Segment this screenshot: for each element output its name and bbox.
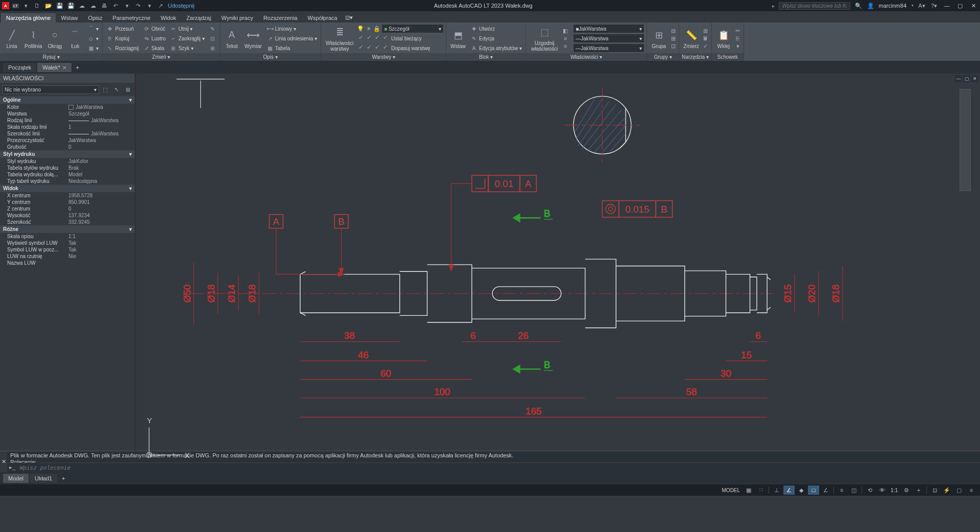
undo-dropdown-icon[interactable]: ▾ [123, 2, 131, 10]
property-row[interactable]: Szerokość liniiJakWarstwa [0, 130, 135, 137]
layer-tool-6[interactable]: ✓ [365, 43, 372, 51]
menu-dropdown-icon[interactable]: ▾ [22, 2, 30, 10]
rotate-button[interactable]: ⟳Obróć [141, 24, 168, 33]
property-row[interactable]: X centrum1958.5728 [0, 192, 135, 199]
create-block-button[interactable]: ✚Utwórz [469, 24, 523, 33]
draw-misc-2[interactable]: ◇▾ [86, 34, 100, 43]
tab-home[interactable]: Narzędzia główne [1, 13, 56, 22]
user-name[interactable]: marcinm84 [879, 3, 906, 9]
layer-combo[interactable]: ■ Szczegół▾ [381, 24, 444, 33]
select-objects-icon[interactable]: ↖ [111, 84, 122, 95]
property-row[interactable]: PrzezroczystośćJakWarstwa [0, 137, 135, 144]
layer-tool-1[interactable]: ✓ [357, 34, 364, 41]
lineweight-icon[interactable]: ≡ [562, 42, 569, 50]
trim-button[interactable]: ✂Utnij ▾ [168, 24, 206, 33]
property-row[interactable]: Typ tabeli wydrukuNiedostępna [0, 178, 135, 184]
draw-misc-3[interactable]: ▦▾ [86, 43, 100, 53]
tab-addins[interactable]: Rozszerzenia [258, 13, 303, 22]
property-row[interactable]: Styl wydrukuJakKolor [0, 158, 135, 165]
help-icon[interactable]: ?▾ [930, 2, 938, 10]
clip-misc-icon[interactable]: ▾ [734, 42, 742, 50]
linetype-combo[interactable]: — JakWarstwa▾ [573, 34, 644, 43]
property-row[interactable]: Y centrum850.9901 [0, 199, 135, 205]
insert-block-button[interactable]: ⬒Wstaw [448, 27, 468, 50]
color-combo[interactable]: ■ JakWarstwa▾ [573, 24, 644, 33]
quickselect-icon[interactable]: ⬚ [100, 84, 110, 95]
mirror-button[interactable]: ⇋Lustro [141, 34, 168, 43]
saveas-icon[interactable]: 💾 [67, 2, 75, 10]
selection-dropdown[interactable]: Nic nie wybrano▾ [2, 85, 99, 94]
add-tab-button[interactable]: + [73, 64, 83, 71]
fillet-button[interactable]: ⌐Zaokrąglij ▾ [168, 34, 206, 43]
layer-tool-5[interactable]: ✓ [357, 43, 364, 51]
tab-annotate[interactable]: Opisz [83, 13, 107, 22]
move-button[interactable]: ✥Przesuń [105, 24, 140, 33]
property-row[interactable]: Tabela wydruku dołą...Model [0, 171, 135, 178]
help-search-input[interactable] [779, 2, 850, 10]
layer-tool-2[interactable]: ✓ [365, 34, 372, 41]
lock-icon[interactable]: 🔒 [373, 25, 380, 32]
close-tab-icon[interactable]: ✕ [62, 65, 66, 71]
copy-clip-icon[interactable]: ⎘ [734, 35, 742, 42]
layout1-tab[interactable]: Układ1 [30, 474, 57, 483]
property-row[interactable]: WarstwaSzczegół [0, 110, 135, 117]
sun-icon[interactable]: ☀ [365, 25, 372, 32]
new-icon[interactable]: 🗋 [33, 2, 41, 10]
measure-button[interactable]: 📏Zmierz [681, 27, 701, 50]
layer-tool-7[interactable]: ✓ [373, 43, 380, 51]
util-tool-1[interactable]: ⊞ [702, 27, 709, 34]
undo-icon[interactable]: ↶ [112, 2, 120, 10]
section-view[interactable]: Widok▾ [0, 184, 135, 192]
stretch-button[interactable]: ⤡Rozciągnij [105, 43, 140, 53]
search-icon[interactable]: 🔍 [854, 2, 863, 10]
maximize-button[interactable]: ▢ [955, 2, 965, 10]
scale-button[interactable]: ⤢Skala [141, 43, 168, 53]
modify-misc-3[interactable]: ⊞ [207, 43, 218, 53]
add-layout-button[interactable]: + [58, 475, 68, 481]
group-button[interactable]: ⊞Grupa [649, 27, 668, 50]
share-link[interactable]: Udostępnij [168, 3, 195, 9]
set-current-layer[interactable]: Ustal bieżący [390, 34, 423, 43]
open-icon[interactable]: 📂 [44, 2, 53, 10]
drawing-canvas[interactable]: — ▢ ✕ [135, 74, 980, 451]
property-row[interactable]: KolorJakWarstwa [0, 104, 135, 110]
web-open-icon[interactable]: ☁ [78, 2, 86, 10]
util-tool-3[interactable]: ✓ [702, 42, 709, 50]
tab-collaborate[interactable]: Współpraca [302, 13, 342, 22]
property-row[interactable]: Grubość0 [0, 144, 135, 150]
copy-button[interactable]: ⎘Kopiuj [105, 34, 140, 43]
table-button[interactable]: ▦Tabela [265, 43, 319, 53]
text-button[interactable]: ATekst [222, 27, 242, 50]
leader-button[interactable]: ↗Linia odniesienia ▾ [265, 34, 319, 43]
modify-misc-1[interactable]: ✎ [207, 24, 218, 33]
property-row[interactable]: Z centrum0 [0, 205, 135, 212]
plot-icon[interactable]: 🖶 [101, 2, 109, 10]
group-tool-1[interactable]: ⊟ [670, 27, 677, 34]
util-tool-2[interactable]: 🖩 [702, 35, 709, 42]
redo-icon[interactable]: ↷ [134, 2, 142, 10]
file-tab-walek[interactable]: Wałek*✕ [37, 63, 71, 72]
minimize-button[interactable]: — [942, 2, 951, 10]
redo-dropdown-icon[interactable]: ▾ [146, 2, 154, 10]
bulb-icon[interactable]: 💡 [357, 25, 364, 32]
property-row[interactable]: Wyświetl symbol LUWTak [0, 240, 135, 246]
linetype-icon[interactable]: ≡ [562, 35, 569, 42]
edit-block-button[interactable]: ✎Edycja [469, 34, 523, 43]
arc-button[interactable]: ⌒Łuk [65, 27, 85, 50]
draw-misc-1[interactable]: ⌒▾ [86, 24, 100, 33]
paste-button[interactable]: 📋Wklej [714, 27, 733, 50]
layer-props-button[interactable]: ≣Właściwości warstwy [323, 24, 356, 53]
cut-icon[interactable]: ✂ [734, 27, 742, 34]
match-props-button[interactable]: ⬚Uzgodnij właściwości [528, 24, 561, 53]
autodesk-app-icon[interactable]: A▾ [918, 2, 926, 10]
property-row[interactable]: Rodzaj liniiJakWarstwa [0, 117, 135, 124]
circle-button[interactable]: ○Okrąg [45, 27, 64, 50]
dimension-button[interactable]: ⟷Wymiar [243, 27, 264, 50]
start-tab[interactable]: Początek [3, 63, 36, 72]
tab-insert[interactable]: Wstaw [56, 13, 83, 22]
close-button[interactable]: ✕ [969, 2, 978, 10]
group-tool-2[interactable]: ⊞ [670, 35, 677, 42]
tab-output[interactable]: Wyniki pracy [216, 13, 258, 22]
property-row[interactable]: Skala rodzaju linii1 [0, 124, 135, 130]
property-row[interactable]: Wysokość137.9234 [0, 212, 135, 219]
